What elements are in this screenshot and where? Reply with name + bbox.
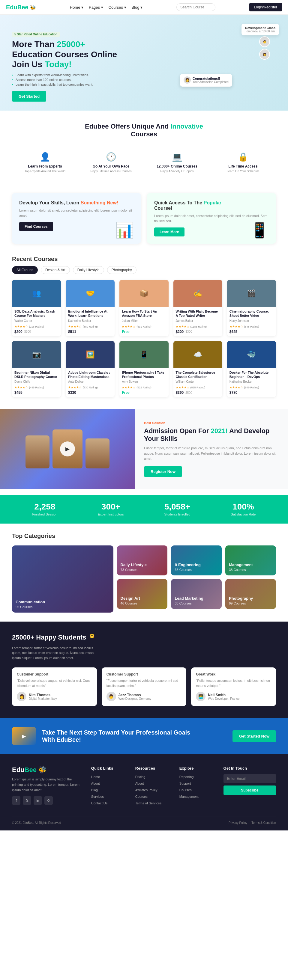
nav-blog[interactable]: Blog ▾ [132,5,143,10]
nav-courses[interactable]: Courses ▾ [109,5,126,10]
tab-design-art[interactable]: Design & Art [41,266,70,274]
course-rating-1: (216 Rating) [29,325,44,328]
twitter-icon[interactable]: 𝕏 [23,796,31,805]
course-card-8[interactable]: 📱 IPhone Photography | Take Professional… [119,341,168,398]
find-courses-button[interactable]: Find Courses [19,222,53,231]
course-thumb-icon-7: 🖼️ [66,341,115,368]
course-title-6: Beginner Nikon Digital DSLR Photography … [14,371,59,379]
cat-card-photo[interactable]: Photography 99 Courses [225,579,276,609]
footer-link-blog[interactable]: Blog [91,788,98,792]
search-input[interactable] [176,3,215,11]
cat-card-management[interactable]: Management 38 Courses [225,546,276,576]
footer-terms-link[interactable]: Terms & Condition [251,821,276,824]
course-title-3: Learn How To Start An Amazon FBA Store [122,309,166,318]
footer-exp-courses[interactable]: Courses [179,788,192,792]
video-left: ▶ [0,409,135,489]
footer-res-pricing[interactable]: Pricing [135,775,146,779]
hero-content: 5 Star Rated Online Education More Than … [12,32,192,111]
footer-desc: Lorem ipsum is simply dummy text of the … [12,777,82,793]
nav-home[interactable]: Home ▾ [70,5,83,10]
cta-banner: Take The Next Step Toward Your Professio… [0,718,288,754]
course-card-7[interactable]: 🖼️ Adobe Lightroom Classic : Photo Editi… [66,341,115,398]
course-card-2[interactable]: 🤝 Emotional Intelligence At Work: Learn … [66,280,115,336]
get-started-now-button[interactable]: Get Started Now [232,730,276,742]
video-badge: Best Solution [144,421,279,425]
course-author-6: Diana Chifu [14,380,59,383]
courses-section: Recent Courses All Groups Design & Art D… [0,250,288,403]
cat-card-daily[interactable]: Daily Lifestyle 73 Courses [117,546,168,576]
cat-content-design: Design Art 46 Courses [117,592,144,609]
register-now-button[interactable]: Register Now [144,466,182,477]
test-quote-1: "Duis vel scelerisque augue, ut vehicula… [17,678,92,688]
test-label-1: Customer Support [17,672,92,676]
get-started-button[interactable]: Get Started [12,91,46,102]
course-card-3[interactable]: 📦 Learn How To Start An Amazon FBA Store… [119,280,168,336]
facebook-icon[interactable]: f [12,796,21,805]
cat-col-3: It Engineering 38 Courses Lead Marketing… [171,546,222,609]
footer-link-services[interactable]: Services [91,795,104,799]
footer-res-courses[interactable]: Courses [135,795,147,799]
subscribe-button[interactable]: Subscribe [224,786,276,795]
login-register-button[interactable]: Login/Register [249,3,282,11]
video-right: Best Solution Admission Open For 2021! A… [135,409,288,489]
feature-courses-title: 12,000+ Online Courses [147,164,207,169]
play-button[interactable]: ▶ [60,441,75,457]
tab-all-groups[interactable]: All Groups [12,266,38,274]
footer-resources: Resources Pricing About Affiliates Polic… [135,766,170,807]
course-card-5[interactable]: 🎬 Cinematography Course: Shoot Better Vi… [227,280,276,336]
promo-card-left: Develop Your Skills, Learn Something New… [12,193,141,243]
nav-pages[interactable]: Pages ▾ [89,5,103,10]
course-card-1[interactable]: 👥 SQL-Data Analysis: Crash Course For Ma… [12,280,61,336]
footer: EduBee 🐝 Lorem ipsum is simply dummy tex… [0,754,288,830]
course-author-2: Katherine Becker [68,319,112,323]
feature-pace-icon: 🕐 [81,152,141,162]
instagram-icon[interactable]: © [45,796,53,805]
footer-link-about[interactable]: About [91,781,100,785]
course-card-4[interactable]: ✍️ Writing With Flair: Become A Top Rate… [173,280,222,336]
tab-photography[interactable]: Photography [107,266,136,274]
feature-courses: 💻 12,000+ Online Courses Enjoy A Variety… [144,147,210,178]
logo-text1: Edu [6,4,18,11]
logo-bee-icon: 🐝 [30,5,36,10]
cta-video-thumb[interactable] [12,727,36,745]
feature-experts: 👤 Learn From Experts Top Experts Around … [12,147,78,178]
course-card-10[interactable]: 🐳 Docker For The Absolute Beginner – Dev… [227,341,276,398]
newsletter-email-input[interactable] [224,774,276,783]
cat-card-communication[interactable]: Communication 96 Courses [12,546,114,612]
cat-card-it[interactable]: It Engineering 38 Courses [171,546,222,576]
footer-res-about[interactable]: About [135,781,144,785]
course-thumb-5: 🎬 [227,280,276,307]
footer-bottom: © 2021 EduBee. All Rights Reserved Priva… [12,816,276,824]
footer-exp-management[interactable]: Management [179,795,198,799]
cat-name-lead: Lead Marketing [174,596,203,601]
footer-res-affiliates[interactable]: Affiliates Policy [135,788,157,792]
course-price-free-3: Free [122,330,129,334]
test-label-2: Customer Support [107,672,182,676]
linkedin-icon[interactable]: in [34,796,42,805]
course-stars-4: ★★★★☆ [176,325,189,328]
course-rating-2: (889 Rating) [83,325,98,328]
course-rating-10: (849 Rating) [244,386,259,389]
course-card-9[interactable]: ☁️ The Complete Salesforce Classic Certi… [173,341,222,398]
course-stars-6: ★★★★☆ [14,386,28,389]
footer-privacy-link[interactable]: Privacy Policy [229,821,247,824]
cat-content-it: It Engineering 38 Courses [171,559,204,576]
feature-experts-title: Learn From Experts [15,164,75,169]
course-stars-5: ★★★★☆ [229,325,243,328]
cat-card-lead[interactable]: Lead Marketing 35 Courses [171,579,222,609]
logo[interactable]: EduBee 🐝 [6,4,36,11]
test-card-1: Customer Support "Duis vel scelerisque a… [12,667,97,706]
unique-section-header: Edubee Offers Unique And InnovativeCours… [0,111,288,144]
course-card-6[interactable]: 📷 Beginner Nikon Digital DSLR Photograph… [12,341,61,398]
stat-students-label: Students Enrolled [164,512,190,516]
footer-exp-reporting[interactable]: Reporting [179,775,194,779]
footer-res-terms[interactable]: Terms of Services [135,801,162,805]
tab-daily-lifestyle[interactable]: Daily Lifestyle [73,266,104,274]
footer-link-home[interactable]: Home [91,775,100,779]
footer-exp-support[interactable]: Support [179,781,191,785]
course-rating-8: (922 Rating) [136,386,152,389]
footer-link-contact[interactable]: Contact Us [91,801,107,805]
learn-more-button[interactable]: Learn More [154,228,184,237]
cat-card-design[interactable]: Design Art 46 Courses [117,579,168,609]
video-heading: Admission Open For 2021! And Develop You… [144,427,279,443]
